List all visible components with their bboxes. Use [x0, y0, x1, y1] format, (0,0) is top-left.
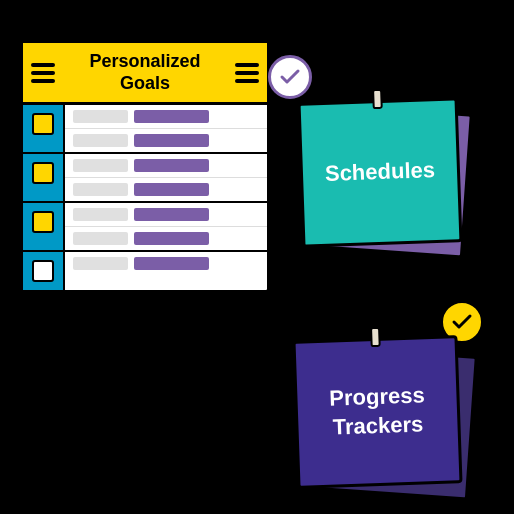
bar-white-1 [73, 110, 128, 123]
progress-pin-icon [370, 327, 381, 347]
goals-section-1 [23, 105, 267, 154]
goals-card: Personalized Goals [20, 40, 270, 293]
bar-white-6 [73, 232, 128, 245]
section-3-checkbox [32, 211, 54, 233]
bar-purple-6 [134, 232, 209, 245]
section-1-checkbox [32, 113, 54, 135]
bar-purple-1 [134, 110, 209, 123]
section-1-row-1 [65, 105, 267, 129]
section-4-row-1 [65, 252, 267, 275]
checkmark-top [268, 55, 312, 99]
section-3-rows [65, 203, 267, 250]
goals-section-4 [23, 252, 267, 290]
section-4-side [23, 252, 65, 290]
section-2-row-1 [65, 154, 267, 178]
bar-purple-2 [134, 134, 209, 147]
section-1-side [23, 105, 65, 152]
section-3-row-2 [65, 227, 267, 250]
goals-section-2 [23, 154, 267, 203]
section-2-rows [65, 154, 267, 201]
goals-header: Personalized Goals [23, 43, 267, 105]
checkmark-top-icon [278, 65, 302, 89]
section-1-rows [65, 105, 267, 152]
section-2-row-2 [65, 178, 267, 201]
schedules-label: Schedules [325, 157, 436, 187]
header-left-lines [23, 63, 63, 83]
schedules-note: Schedules [298, 97, 463, 247]
section-3-side [23, 203, 65, 250]
bar-purple-3 [134, 159, 209, 172]
checkmark-right-icon [450, 310, 474, 334]
progress-label: ProgressTrackers [329, 382, 426, 442]
section-4-rows [65, 252, 267, 290]
bar-purple-4 [134, 183, 209, 196]
section-3-row-1 [65, 203, 267, 227]
progress-note: ProgressTrackers [292, 335, 462, 489]
bar-purple-7 [134, 257, 209, 270]
main-scene: Personalized Goals [0, 0, 514, 514]
bar-white-5 [73, 208, 128, 221]
section-2-checkbox [32, 162, 54, 184]
section-4-checkbox [32, 260, 54, 282]
bar-purple-5 [134, 208, 209, 221]
section-1-row-2 [65, 129, 267, 152]
schedules-pin-icon [372, 89, 383, 109]
section-2-side [23, 154, 65, 201]
goals-table [23, 105, 267, 290]
bar-white-3 [73, 159, 128, 172]
bar-white-7 [73, 257, 128, 270]
bar-white-2 [73, 134, 128, 147]
goals-section-3 [23, 203, 267, 252]
header-right-lines [227, 63, 267, 83]
bar-white-4 [73, 183, 128, 196]
goals-title: Personalized Goals [63, 51, 227, 94]
